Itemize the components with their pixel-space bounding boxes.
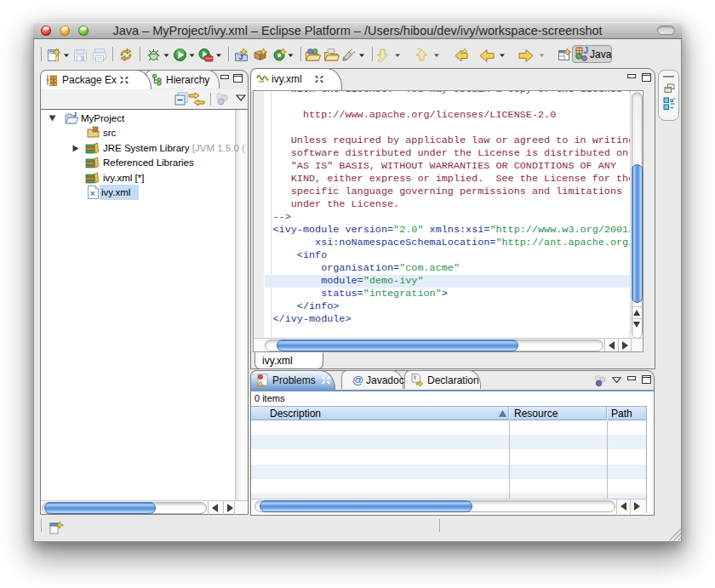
- svg-text:J: J: [73, 111, 77, 117]
- svg-text:J: J: [584, 46, 589, 55]
- svg-text:J: J: [239, 53, 243, 61]
- svg-text:X: X: [90, 190, 95, 197]
- svg-text:Java: Java: [590, 49, 612, 60]
